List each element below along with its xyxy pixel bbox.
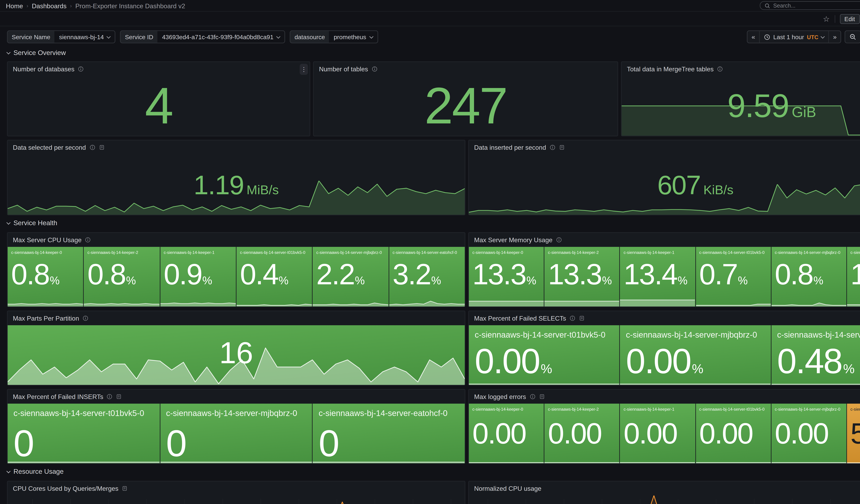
chevron-down-icon bbox=[369, 34, 373, 38]
variable-label: Service Name bbox=[8, 31, 54, 43]
stat-tile[interactable]: c-siennaaws-bj-14-server-eatohcf-0 3.2% bbox=[389, 247, 465, 307]
search-input[interactable]: Search... ⌘+k bbox=[760, 1, 860, 10]
info-icon[interactable] bbox=[549, 145, 555, 150]
variable-service-name[interactable]: Service Name siennaaws-bj-14 bbox=[7, 30, 116, 43]
chevron-down-icon bbox=[6, 50, 11, 54]
stat-tile[interactable]: c-siennaaws-bj-14-server-t01bvk5-0 0.00 bbox=[696, 404, 771, 463]
section-service-overview[interactable]: Service Overview bbox=[7, 49, 66, 56]
info-icon[interactable] bbox=[570, 315, 575, 321]
info-icon[interactable] bbox=[85, 237, 91, 243]
section-service-health[interactable]: Service Health bbox=[7, 219, 57, 226]
variable-value: siennaaws-bj-14 bbox=[59, 33, 104, 40]
section-title: Service Health bbox=[13, 219, 57, 226]
time-range-picker[interactable]: Last 1 hour UTC bbox=[759, 31, 828, 43]
stat-tile[interactable]: c-siennaaws-bj-14-server-mjbqbrz-0 0.8% bbox=[771, 247, 846, 307]
info-icon[interactable] bbox=[717, 66, 723, 72]
stat-value: 607 bbox=[657, 171, 700, 198]
cpu-tiles: c-siennaaws-bj-14-keeper-0 0.8% c-sienna… bbox=[8, 247, 465, 307]
stat-tile[interactable]: c-siennaaws-bj-14-keeper-0 0.8% bbox=[8, 247, 83, 307]
stat-tile[interactable]: c-siennaaws-bj-14-keeper-2 13.3% bbox=[544, 247, 619, 307]
search-placeholder: Search... bbox=[773, 2, 860, 9]
panel-links-icon[interactable] bbox=[539, 394, 545, 400]
divider bbox=[834, 15, 835, 23]
panel-title: Number of tables bbox=[319, 65, 368, 73]
tile-server-name: c-siennaaws-bj-14-keeper-1 bbox=[160, 247, 236, 255]
tile-value: 0.00 bbox=[548, 419, 601, 448]
panel-max-percent-failed-selects: Max Percent of Failed SELECTs c-siennaaw… bbox=[468, 311, 860, 386]
panel-title: Normalized CPU usage bbox=[474, 485, 541, 492]
stat-tile[interactable]: c-siennaaws-bj-14-server-t01bvk5-0 0.4% bbox=[236, 247, 312, 307]
inserts-tiles: c-siennaaws-bj-14-server-t01bvk5-0 0 c-s… bbox=[8, 404, 465, 463]
tile-server-name: c-siennaaws-bj-14-keeper-2 bbox=[544, 404, 619, 412]
zoom-out-button[interactable] bbox=[845, 31, 860, 43]
panel-title: Number of databases bbox=[13, 65, 74, 73]
tile-server-name: c-siennaaws-bj-14-server-eatohcf-0 bbox=[847, 404, 860, 412]
stat-tile[interactable]: c-siennaaws-bj-14-keeper-2 0.8% bbox=[84, 247, 160, 307]
stat-tile[interactable]: c-siennaaws-bj-14-server-mjbqbrz-0 2.2% bbox=[313, 247, 388, 307]
tile-server-name: c-siennaaws-bj-14-server-t01bvk5-0 bbox=[696, 247, 771, 255]
stat-tile[interactable]: c-siennaaws-bj-14-server-eatohcf-0 1.4% bbox=[847, 247, 860, 307]
tile-value: 0.00 bbox=[472, 419, 526, 448]
panel-normalized-cpu-usage: Normalized CPU usage 3% bbox=[468, 481, 860, 504]
stat-value: 247 bbox=[424, 80, 507, 132]
panel-title: Total data in MergeTree tables bbox=[627, 65, 714, 73]
panel-title: CPU Cores Used by Queries/Merges bbox=[13, 485, 118, 492]
stat-tile[interactable]: c-siennaaws-bj-14-server-eatohcf-0 0 bbox=[313, 404, 465, 463]
breadcrumb-separator: › bbox=[70, 3, 72, 9]
stat-tile[interactable]: c-siennaaws-bj-14-server-t01bvk5-0 0.7% bbox=[696, 247, 771, 307]
parts-stat-tile[interactable]: 16 bbox=[8, 325, 465, 385]
stat-tile[interactable]: c-siennaaws-bj-14-keeper-1 0.00 bbox=[620, 404, 695, 463]
panel-links-icon[interactable] bbox=[579, 315, 585, 321]
panel-links-icon[interactable] bbox=[99, 145, 104, 150]
stat-tile[interactable]: c-siennaaws-bj-14-server-eatohcf-0 5.00 bbox=[847, 404, 860, 463]
info-icon[interactable] bbox=[556, 237, 562, 243]
stat-tile[interactable]: c-siennaaws-bj-14-keeper-1 0.9% bbox=[160, 247, 236, 307]
stat-tile[interactable]: c-siennaaws-bj-14-keeper-1 13.4% bbox=[620, 247, 695, 307]
stat-tile[interactable]: c-siennaaws-bj-14-server-mjbqbrz-0 0.00 bbox=[771, 404, 846, 463]
panel-max-percent-failed-inserts: Max Percent of Failed INSERTs c-siennaaw… bbox=[7, 389, 465, 464]
section-resource-usage[interactable]: Resource Usage bbox=[7, 468, 63, 475]
panel-title: Max Parts Per Partition bbox=[13, 315, 79, 322]
chevron-down-icon bbox=[821, 34, 825, 38]
stat-tile[interactable]: c-siennaaws-bj-14-server-mjbqbrz-0 0.00% bbox=[620, 325, 771, 385]
stat-tile[interactable]: c-siennaaws-bj-14-server-eatohcf-0 0.48% bbox=[771, 325, 860, 385]
stat-tile[interactable]: c-siennaaws-bj-14-server-t01bvk5-0 0.00% bbox=[469, 325, 619, 385]
zoom-out-icon bbox=[849, 33, 857, 40]
tile-value: 0.7% bbox=[699, 260, 747, 289]
favorite-star-icon[interactable]: ☆ bbox=[823, 15, 830, 23]
stat-unit: MiB/s bbox=[247, 182, 279, 197]
section-title: Service Overview bbox=[13, 49, 66, 56]
stat-tile[interactable]: c-siennaaws-bj-14-server-mjbqbrz-0 0 bbox=[160, 404, 312, 463]
panel-data-selected-per-second: Data selected per second 1.19 MiB/s bbox=[7, 140, 465, 215]
variable-datasource[interactable]: datasource prometheus bbox=[290, 30, 378, 43]
panel-links-icon[interactable] bbox=[122, 486, 128, 491]
panel-max-server-cpu-usage: Max Server CPU Usage c-siennaaws-bj-14-k… bbox=[7, 232, 465, 307]
time-range-forward-button[interactable]: » bbox=[828, 31, 841, 43]
edit-button[interactable]: Edit bbox=[840, 14, 860, 24]
panel-links-icon[interactable] bbox=[116, 394, 122, 400]
stat-value: 9.59 bbox=[727, 90, 789, 122]
tile-server-name: c-siennaaws-bj-14-server-mjbqbrz-0 bbox=[771, 247, 846, 255]
time-range-back-button[interactable]: « bbox=[747, 31, 759, 43]
info-icon[interactable] bbox=[372, 66, 377, 72]
panel-menu-kebab[interactable]: ⋮ bbox=[300, 64, 308, 75]
panel-links-icon[interactable] bbox=[559, 145, 565, 150]
info-icon[interactable] bbox=[83, 315, 88, 321]
tile-value: 0.00% bbox=[626, 344, 702, 379]
breadcrumb-dashboards[interactable]: Dashboards bbox=[32, 2, 67, 9]
info-icon[interactable] bbox=[107, 394, 113, 400]
info-icon[interactable] bbox=[89, 145, 95, 150]
info-icon[interactable] bbox=[78, 66, 84, 72]
stat-tile[interactable]: c-siennaaws-bj-14-keeper-0 0.00 bbox=[469, 404, 544, 463]
stat-tile[interactable]: c-siennaaws-bj-14-keeper-0 13.3% bbox=[469, 247, 544, 307]
info-icon[interactable] bbox=[530, 394, 535, 400]
panel-max-server-memory-usage: Max Server Memory Usage c-siennaaws-bj-1… bbox=[468, 232, 860, 307]
tile-value: 0.00 bbox=[699, 419, 753, 448]
stat-tile[interactable]: c-siennaaws-bj-14-server-t01bvk5-0 0 bbox=[8, 404, 160, 463]
tile-server-name: c-siennaaws-bj-14-keeper-2 bbox=[544, 247, 619, 255]
breadcrumb-home[interactable]: Home bbox=[6, 2, 23, 9]
stat-tile[interactable]: c-siennaaws-bj-14-keeper-2 0.00 bbox=[544, 404, 619, 463]
panel-data-inserted-per-second: Data inserted per second 607 KiB/s bbox=[468, 140, 860, 215]
variable-value: 43693ed4-a71c-43fc-93f9-f04a0bd8ca91 bbox=[162, 33, 273, 40]
variable-service-id[interactable]: Service ID 43693ed4-a71c-43fc-93f9-f04a0… bbox=[120, 30, 285, 43]
